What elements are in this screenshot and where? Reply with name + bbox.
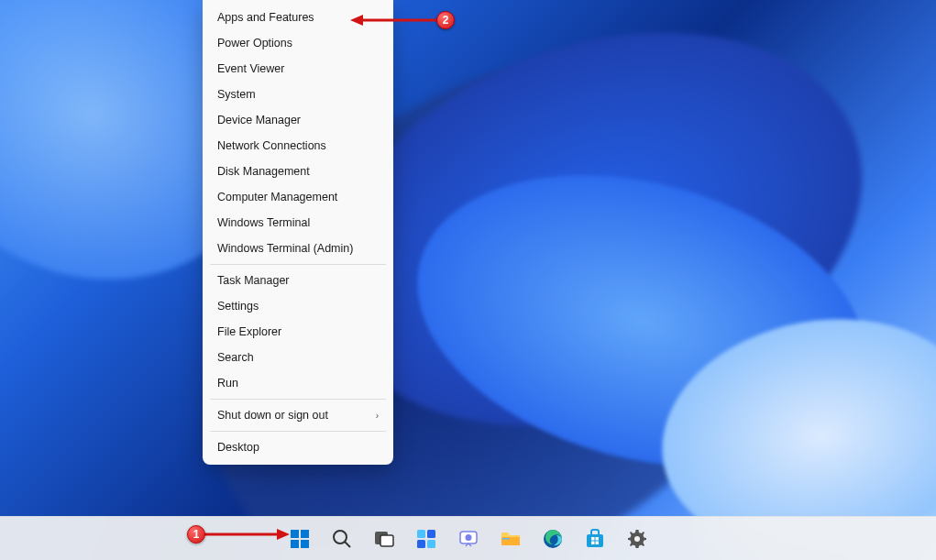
menu-item-apps-and-features[interactable]: Apps and Features bbox=[203, 5, 393, 30]
task-view-button[interactable] bbox=[366, 521, 402, 557]
svg-rect-17 bbox=[587, 534, 603, 547]
start-icon bbox=[289, 528, 311, 550]
menu-item-label: Power Options bbox=[217, 37, 292, 49]
svg-point-22 bbox=[634, 536, 640, 542]
svg-rect-21 bbox=[595, 541, 599, 544]
file-explorer-icon bbox=[500, 528, 522, 550]
chat-button[interactable] bbox=[450, 521, 487, 557]
search-icon bbox=[331, 528, 353, 550]
menu-divider bbox=[210, 399, 386, 400]
menu-item-label: Shut down or sign out bbox=[217, 409, 328, 422]
menu-item-label: Windows Terminal bbox=[217, 216, 310, 229]
start-button[interactable] bbox=[281, 521, 318, 557]
svg-rect-0 bbox=[291, 530, 299, 538]
menu-item-label: File Explorer bbox=[217, 325, 281, 338]
svg-rect-11 bbox=[427, 540, 435, 548]
menu-item-label: Apps and Features bbox=[217, 11, 314, 24]
svg-rect-19 bbox=[595, 537, 599, 541]
chevron-right-icon: › bbox=[376, 411, 379, 421]
menu-item-search[interactable]: Search bbox=[203, 345, 393, 370]
taskbar bbox=[0, 516, 936, 560]
edge-icon bbox=[542, 528, 564, 550]
svg-rect-2 bbox=[291, 540, 299, 548]
menu-item-label: System bbox=[217, 88, 256, 101]
menu-item-settings[interactable]: Settings bbox=[203, 293, 393, 319]
menu-item-network-connections[interactable]: Network Connections bbox=[203, 133, 393, 159]
menu-item-windows-terminal-admin-[interactable]: Windows Terminal (Admin) bbox=[203, 236, 393, 261]
menu-item-label: Windows Terminal (Admin) bbox=[217, 242, 353, 255]
menu-item-label: Device Manager bbox=[217, 114, 301, 126]
taskbar-icons-container bbox=[281, 521, 655, 557]
svg-line-5 bbox=[345, 542, 350, 547]
svg-rect-7 bbox=[380, 535, 393, 546]
winx-context-menu: Apps and FeaturesPower OptionsEvent View… bbox=[203, 0, 393, 465]
menu-item-label: Disk Management bbox=[217, 165, 310, 178]
svg-rect-15 bbox=[502, 538, 510, 540]
svg-point-4 bbox=[334, 531, 347, 544]
menu-item-desktop[interactable]: Desktop bbox=[203, 434, 393, 460]
menu-item-windows-terminal[interactable]: Windows Terminal bbox=[203, 210, 393, 236]
search-button[interactable] bbox=[324, 521, 360, 557]
menu-item-label: Search bbox=[217, 351, 254, 364]
menu-item-label: Event Viewer bbox=[217, 62, 284, 75]
settings-button[interactable] bbox=[619, 521, 655, 557]
menu-item-power-options[interactable]: Power Options bbox=[203, 30, 393, 56]
menu-item-label: Computer Management bbox=[217, 191, 337, 203]
file-explorer-button[interactable] bbox=[492, 521, 529, 557]
store-icon bbox=[584, 528, 606, 550]
menu-item-label: Network Connections bbox=[217, 139, 326, 152]
menu-item-label: Desktop bbox=[217, 441, 259, 454]
settings-icon bbox=[626, 528, 648, 550]
svg-rect-1 bbox=[301, 530, 309, 538]
widgets-button[interactable] bbox=[408, 521, 445, 557]
widgets-icon bbox=[415, 528, 437, 550]
desktop: Apps and FeaturesPower OptionsEvent View… bbox=[0, 0, 936, 560]
menu-item-label: Run bbox=[217, 377, 238, 390]
svg-rect-20 bbox=[591, 541, 595, 544]
menu-item-file-explorer[interactable]: File Explorer bbox=[203, 319, 393, 345]
task-view-icon bbox=[373, 528, 395, 550]
svg-rect-18 bbox=[591, 537, 595, 541]
svg-point-13 bbox=[465, 534, 471, 541]
menu-item-device-manager[interactable]: Device Manager bbox=[203, 107, 393, 133]
menu-item-system[interactable]: System bbox=[203, 82, 393, 107]
menu-item-task-manager[interactable]: Task Manager bbox=[203, 268, 393, 293]
menu-divider bbox=[210, 264, 386, 265]
menu-item-label: Settings bbox=[217, 300, 259, 313]
svg-rect-10 bbox=[417, 540, 425, 548]
svg-rect-8 bbox=[417, 530, 425, 538]
menu-divider bbox=[210, 431, 386, 432]
menu-item-computer-management[interactable]: Computer Management bbox=[203, 184, 393, 210]
edge-button[interactable] bbox=[534, 521, 571, 557]
menu-item-label: Task Manager bbox=[217, 274, 290, 287]
svg-rect-3 bbox=[301, 540, 309, 548]
chat-icon bbox=[457, 528, 479, 550]
menu-item-event-viewer[interactable]: Event Viewer bbox=[203, 56, 393, 82]
svg-rect-9 bbox=[427, 530, 435, 538]
menu-item-shut-down-or-sign-out[interactable]: Shut down or sign out› bbox=[203, 402, 393, 428]
menu-item-run[interactable]: Run bbox=[203, 370, 393, 396]
menu-item-disk-management[interactable]: Disk Management bbox=[203, 159, 393, 184]
store-button[interactable] bbox=[577, 521, 613, 557]
annotation-badge-2: 2 bbox=[436, 11, 455, 29]
